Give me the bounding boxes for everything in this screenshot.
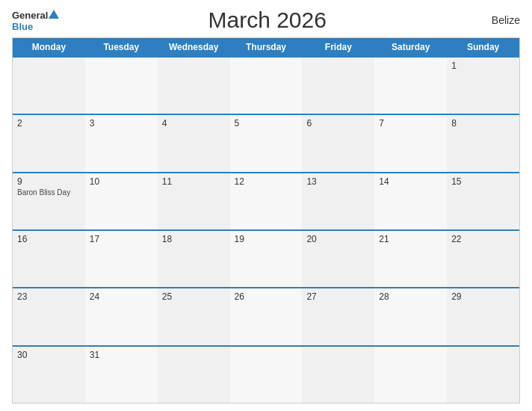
logo-general-text: General xyxy=(12,10,48,20)
weekday-header: Wednesday xyxy=(158,38,230,56)
day-number: 7 xyxy=(379,118,442,129)
day-number: 16 xyxy=(17,234,81,244)
day-number: 5 xyxy=(235,118,298,129)
calendar-cell: 14 xyxy=(374,173,447,229)
calendar-cell: 12 xyxy=(230,173,303,229)
calendar-cell: 21 xyxy=(374,231,447,287)
day-number: 22 xyxy=(451,234,515,244)
day-number: 2 xyxy=(17,118,81,129)
calendar-cell xyxy=(13,58,85,114)
day-number: 28 xyxy=(379,291,442,302)
day-number: 1 xyxy=(451,61,515,71)
calendar-cell: 23 xyxy=(13,288,85,344)
day-number: 11 xyxy=(162,176,226,187)
calendar-cell: 1 xyxy=(447,58,519,114)
day-number: 9 xyxy=(17,176,81,187)
calendar-cell xyxy=(447,347,519,403)
weekday-header: Friday xyxy=(302,38,374,56)
weekday-header: Saturday xyxy=(374,38,447,56)
calendar-cell: 28 xyxy=(374,288,447,344)
calendar-cell: 7 xyxy=(374,115,447,171)
day-number: 10 xyxy=(90,176,153,187)
calendar-week: 9Baron Bliss Day101112131415 xyxy=(13,172,519,229)
calendar-week: 3031 xyxy=(13,345,519,403)
day-number: 13 xyxy=(306,176,370,187)
weekday-header: Monday xyxy=(13,38,85,56)
day-number: 31 xyxy=(90,350,153,360)
day-number: 3 xyxy=(90,118,153,129)
day-number: 23 xyxy=(17,291,81,302)
calendar-week: 2345678 xyxy=(13,114,519,171)
day-number: 30 xyxy=(17,350,81,360)
day-number: 27 xyxy=(306,291,370,302)
day-number: 6 xyxy=(306,118,370,129)
calendar-cell xyxy=(158,347,230,403)
calendar-cell: 20 xyxy=(302,231,374,287)
calendar-week: 16171819202122 xyxy=(13,229,519,287)
calendar-cell xyxy=(374,347,447,403)
calendar-week: 23242526272829 xyxy=(13,287,519,344)
day-number: 26 xyxy=(235,291,298,302)
logo-blue-text: Blue xyxy=(12,22,33,31)
calendar-cell xyxy=(230,58,303,114)
day-number: 20 xyxy=(306,234,370,244)
logo-triangle-icon xyxy=(49,10,59,19)
calendar-cell: 10 xyxy=(85,173,158,229)
calendar-cell xyxy=(85,58,158,114)
day-number: 14 xyxy=(379,176,442,187)
weekday-header: Tuesday xyxy=(85,38,158,56)
logo: General Blue xyxy=(12,10,59,31)
calendar-cell: 22 xyxy=(447,231,519,287)
header: General Blue March 2026 Belize xyxy=(12,7,520,33)
day-number: 15 xyxy=(451,176,515,187)
calendar-cell: 30 xyxy=(13,347,85,403)
calendar-cell: 24 xyxy=(85,288,158,344)
day-number: 12 xyxy=(235,176,298,187)
calendar-cell: 27 xyxy=(302,288,374,344)
page: General Blue March 2026 Belize MondayTue… xyxy=(0,0,532,411)
calendar-cell xyxy=(230,347,303,403)
calendar-cell: 8 xyxy=(447,115,519,171)
calendar-cell: 19 xyxy=(230,231,303,287)
calendar-cell: 6 xyxy=(302,115,374,171)
day-number: 8 xyxy=(451,118,515,129)
calendar-body: 123456789Baron Bliss Day1011121314151617… xyxy=(13,56,519,403)
day-number: 17 xyxy=(90,234,153,244)
calendar-cell: 2 xyxy=(13,115,85,171)
country-label: Belize xyxy=(475,14,520,26)
calendar-cell: 13 xyxy=(302,173,374,229)
calendar-cell: 5 xyxy=(230,115,303,171)
calendar-cell: 17 xyxy=(85,231,158,287)
day-number: 18 xyxy=(162,234,226,244)
calendar-cell: 11 xyxy=(158,173,230,229)
weekday-header: Thursday xyxy=(230,38,303,56)
day-number: 19 xyxy=(235,234,298,244)
calendar-header: MondayTuesdayWednesdayThursdayFridaySatu… xyxy=(13,38,519,56)
calendar-cell xyxy=(302,347,374,403)
calendar-title: March 2026 xyxy=(59,7,475,33)
calendar-cell xyxy=(302,58,374,114)
day-number: 29 xyxy=(451,291,515,302)
day-number: 4 xyxy=(162,118,226,129)
calendar-cell: 25 xyxy=(158,288,230,344)
day-number: 25 xyxy=(162,291,226,302)
calendar-cell: 15 xyxy=(447,173,519,229)
calendar-cell: 26 xyxy=(230,288,303,344)
calendar-cell: 3 xyxy=(85,115,158,171)
calendar-cell xyxy=(158,58,230,114)
day-event: Baron Bliss Day xyxy=(17,188,81,197)
calendar-cell: 9Baron Bliss Day xyxy=(13,173,85,229)
weekday-header: Sunday xyxy=(447,38,519,56)
calendar-week: 1 xyxy=(13,56,519,114)
calendar-cell: 29 xyxy=(447,288,519,344)
calendar-cell: 16 xyxy=(13,231,85,287)
calendar: MondayTuesdayWednesdayThursdayFridaySatu… xyxy=(12,37,520,404)
day-number: 21 xyxy=(379,234,442,244)
calendar-cell: 18 xyxy=(158,231,230,287)
calendar-cell: 4 xyxy=(158,115,230,171)
day-number: 24 xyxy=(90,291,153,302)
calendar-cell xyxy=(374,58,447,114)
calendar-cell: 31 xyxy=(85,347,158,403)
